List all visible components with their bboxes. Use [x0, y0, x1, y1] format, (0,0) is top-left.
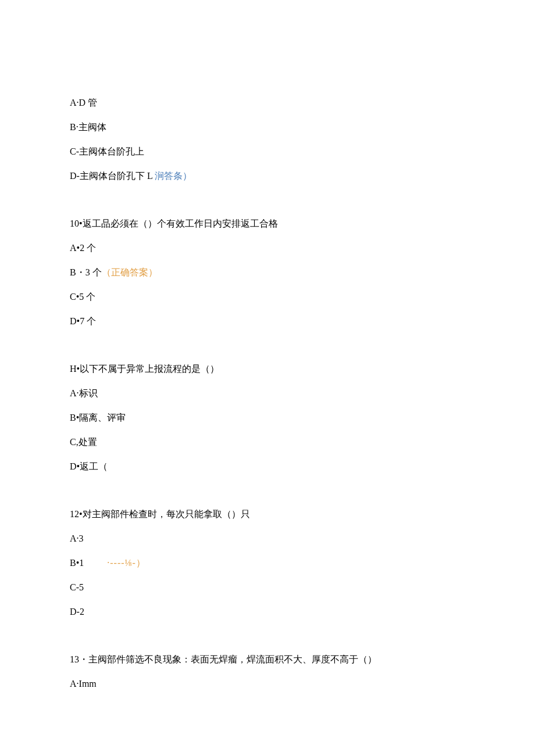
- q12-correct-marker: ·----⅛-）: [107, 558, 146, 568]
- q12-option-b-text: B•1: [70, 558, 84, 568]
- q12-option-c: C-5: [70, 581, 465, 594]
- q9-option-c: C-主阀体台阶孔上: [70, 145, 465, 159]
- q13-option-a: A·Imm: [70, 677, 465, 691]
- q10-option-b: B・3 个（正确答案）: [70, 266, 465, 280]
- q10-option-b-text: B・3 个: [70, 267, 102, 277]
- q9-answer-marker: 涧答条）: [155, 171, 192, 181]
- q9-option-b: B·主阀体: [70, 120, 465, 134]
- q11-option-a: A·标识: [70, 386, 465, 400]
- q11-option-b: B•隔离、评审: [70, 411, 465, 425]
- q10-stem: 10•返工品必须在（）个有效工作日内安排返工合格: [70, 217, 465, 231]
- q11-option-d: D•返工（: [70, 460, 465, 474]
- q13-stem: 13・主阀部件筛选不良现象：表面无焊瘤，焊流面积不大、厚度不高于（）: [70, 653, 465, 667]
- q10-correct-answer: （正确答案）: [102, 267, 158, 277]
- q11-option-c: C,处置: [70, 435, 465, 449]
- q10-option-c: C•5 个: [70, 290, 465, 304]
- q12-option-b: B•1·----⅛-）: [70, 556, 465, 570]
- q9-option-a: A·D 管: [70, 96, 465, 110]
- q11-stem: H•以下不属于异常上报流程的是（）: [70, 362, 465, 376]
- q12-option-a: A·3: [70, 532, 465, 546]
- q10-option-d: D•7 个: [70, 314, 465, 328]
- q10-option-a: A•2 个: [70, 241, 465, 255]
- q12-option-d: D-2: [70, 605, 465, 619]
- document-page: A·D 管 B·主阀体 C-主阀体台阶孔上 D-主阀体台阶孔下 L 涧答条） 1…: [0, 0, 535, 756]
- q9-option-d-text: D-主阀体台阶孔下 L: [70, 171, 155, 181]
- q12-stem: 12•对主阀部件检查时，每次只能拿取（）只: [70, 507, 465, 521]
- q9-option-d: D-主阀体台阶孔下 L 涧答条）: [70, 169, 465, 183]
